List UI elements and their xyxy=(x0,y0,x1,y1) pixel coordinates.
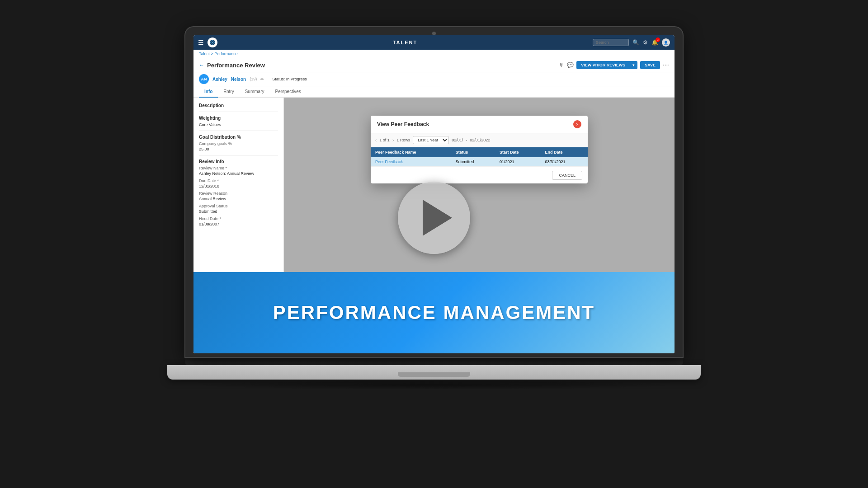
user-id: (19) xyxy=(250,77,257,81)
modal-close-button[interactable]: × xyxy=(573,120,581,128)
pagination-info: 1 of 1 xyxy=(379,138,390,142)
review-info-label: Review Info xyxy=(199,159,278,164)
comment-icon[interactable]: 💬 xyxy=(567,62,574,68)
app-logo xyxy=(208,38,217,47)
edit-user-icon[interactable]: ✏ xyxy=(260,77,264,82)
user-name: Ashley xyxy=(212,77,227,82)
breadcrumb: Talent > Performance xyxy=(193,50,675,58)
review-name-label: Review Name * xyxy=(199,166,278,170)
hamburger-icon[interactable]: ☰ xyxy=(198,39,204,46)
company-goals-value: 25.00 xyxy=(199,147,278,151)
tabs-bar: Info Entry Summary Perspectives xyxy=(193,86,675,98)
nav-right: 🔍 ⚙ 🔔 3 👤 xyxy=(593,38,670,47)
page-title-area: ← Performance Review xyxy=(199,62,265,69)
core-values-label: Core Values xyxy=(199,122,278,127)
due-date-value: 12/31/2018 xyxy=(199,184,278,188)
play-triangle-icon xyxy=(423,200,452,236)
row-end-date: 03/31/2021 xyxy=(540,157,588,167)
col-start-date: Start Date xyxy=(495,147,540,157)
tab-info[interactable]: Info xyxy=(199,86,218,98)
description-section-label: Description xyxy=(199,103,278,108)
screen: ☰ TALENT 🔍 ⚙ 🔔 xyxy=(193,35,675,353)
due-date-label: Due Date * xyxy=(199,178,278,183)
page-header: ← Performance Review 🎙 💬 VIEW PRIOR REVI… xyxy=(193,58,675,72)
laptop-shadow xyxy=(185,380,683,389)
review-reason-label: Review Reason xyxy=(199,191,278,196)
prev-page-icon[interactable]: ‹ xyxy=(375,138,377,143)
date-range-separator: - xyxy=(466,138,467,142)
rows-count: 1 Rows xyxy=(396,138,410,142)
row-name[interactable]: Peer Feedback xyxy=(371,157,451,167)
weighting-section-label: Weighting xyxy=(199,116,278,121)
modal-title: View Peer Feedback xyxy=(377,121,429,127)
row-status: Submitted xyxy=(451,157,495,167)
tab-summary[interactable]: Summary xyxy=(240,86,270,98)
modal-header: View Peer Feedback × xyxy=(371,116,588,133)
save-button[interactable]: SAVE xyxy=(640,61,660,69)
app-title: TALENT xyxy=(221,40,589,45)
modal-toolbar: ‹ 1 of 1 › 1 Rows Last 1 Year 02/01/ - xyxy=(371,133,588,147)
modal-footer: CANCEL xyxy=(371,167,588,183)
camera xyxy=(432,32,436,35)
top-nav: ☰ TALENT 🔍 ⚙ 🔔 xyxy=(193,35,675,50)
settings-icon[interactable]: ⚙ xyxy=(643,39,648,46)
status-badge: Status: In Progress xyxy=(272,77,307,81)
feedback-table: Peer Feedback Name Status Start Date End… xyxy=(371,147,588,167)
col-name: Peer Feedback Name xyxy=(371,147,451,157)
user-avatar: AN xyxy=(199,74,209,84)
page-title: Performance Review xyxy=(207,62,265,69)
video-banner: PERFORMANCE MANAGEMENT xyxy=(193,272,675,353)
app-ui: ☰ TALENT 🔍 ⚙ 🔔 xyxy=(193,35,675,353)
approval-status-value: Submitted xyxy=(199,209,278,214)
bell-icon[interactable]: 🔔 3 xyxy=(651,39,658,46)
laptop-base xyxy=(167,365,701,380)
tab-perspectives[interactable]: Perspectives xyxy=(269,86,306,98)
cancel-button[interactable]: CANCEL xyxy=(552,171,582,180)
hired-date-label: Hired Date * xyxy=(199,216,278,221)
date-range-to: 02/01/2022 xyxy=(470,138,490,142)
video-overlay: PERFORMANCE MANAGEMENT xyxy=(193,227,675,353)
search-input[interactable] xyxy=(593,39,629,46)
svg-point-2 xyxy=(212,42,213,43)
next-page-icon[interactable]: › xyxy=(392,138,394,143)
keyboard xyxy=(185,357,683,365)
microphone-icon[interactable]: 🎙 xyxy=(559,62,564,68)
header-actions: 🎙 💬 VIEW PRIOR REVIEWS ▾ SAVE ⋯ xyxy=(559,61,669,69)
modal-dialog: View Peer Feedback × ‹ 1 of 1 › 1 R xyxy=(371,116,588,183)
user-row: AN Ashley Nelson (19) ✏ Status: In Progr… xyxy=(193,72,675,86)
row-start-date: 01/2021 xyxy=(495,157,540,167)
date-filter-select[interactable]: Last 1 Year xyxy=(413,136,449,144)
col-status: Status xyxy=(451,147,495,157)
table-row[interactable]: Peer Feedback Submitted 01/2021 03/31/20… xyxy=(371,157,588,167)
view-prior-reviews-dropdown[interactable]: ▾ xyxy=(630,61,637,69)
screen-bezel: ☰ TALENT 🔍 ⚙ 🔔 xyxy=(185,27,683,357)
user-avatar-nav[interactable]: 👤 xyxy=(662,38,670,47)
search-icon[interactable]: 🔍 xyxy=(632,39,639,46)
play-button[interactable] xyxy=(398,182,470,254)
col-end-date: End Date xyxy=(540,147,588,157)
date-range-from: 02/01/ xyxy=(452,138,463,142)
company-goals-label: Company goals % xyxy=(199,141,278,146)
hired-date-value: 01/08/2007 xyxy=(199,222,278,226)
more-options-button[interactable]: ⋯ xyxy=(663,61,669,69)
video-banner-text: PERFORMANCE MANAGEMENT xyxy=(273,302,595,324)
view-prior-reviews-button[interactable]: VIEW PRIOR REVIEWS xyxy=(576,61,630,69)
approval-status-label: Approval Status xyxy=(199,204,278,208)
review-name-value: Ashley Nelson: Annual Review xyxy=(199,171,278,176)
back-arrow-icon[interactable]: ← xyxy=(199,62,204,68)
play-button-container xyxy=(398,182,470,254)
tab-entry[interactable]: Entry xyxy=(218,86,239,98)
user-last-name: Nelson xyxy=(231,77,246,82)
goal-distribution-label: Goal Distribution % xyxy=(199,135,278,140)
notification-badge: 3 xyxy=(656,38,660,42)
review-reason-value: Annual Review xyxy=(199,197,278,201)
laptop-container: ☰ TALENT 🔍 ⚙ 🔔 xyxy=(167,27,701,461)
